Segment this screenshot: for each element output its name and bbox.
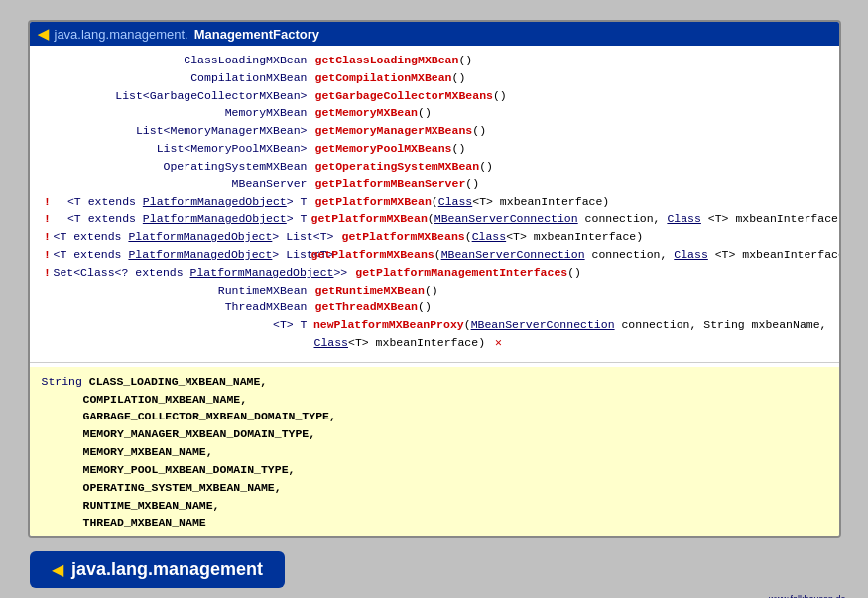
field-line: MEMORY_MANAGER_MXBEAN_DOMAIN_TYPE, — [42, 425, 827, 443]
method-row: List<MemoryManagerMXBean> getMemoryManag… — [42, 122, 827, 140]
method-row-excl: ! <T extends PlatformManagedObject> List… — [42, 246, 827, 264]
method-link[interactable]: getCompilationMXBean — [315, 69, 452, 87]
params: () — [567, 264, 581, 282]
excl — [42, 104, 54, 122]
method-link[interactable]: newPlatformMXBeanProxy — [313, 316, 464, 334]
field-name: GARBAGE_COLLECTOR_MXBEAN_DOMAIN_TYPE, — [83, 410, 336, 422]
return-type: <T> T — [54, 316, 311, 334]
return-type: ThreadMXBean — [54, 299, 311, 316]
title-bar: ◀ java.lang.management.ManagementFactory — [30, 22, 839, 46]
excl-icon: ! — [42, 193, 54, 211]
params: () — [418, 104, 432, 122]
field-line: MEMORY_POOL_MXBEAN_DOMAIN_TYPE, — [42, 461, 827, 479]
method-link[interactable]: getMemoryManagerMXBeans — [315, 122, 473, 140]
bottom-label-text: java.lang.management — [71, 559, 263, 580]
watermark: www.falkhausen.de — [769, 594, 846, 598]
method-link[interactable]: getPlatformMXBean — [315, 193, 432, 211]
method-row-excl: ! <T extends PlatformManagedObject> List… — [42, 228, 827, 246]
excl — [42, 122, 54, 140]
excl — [42, 299, 54, 316]
method-row-excl: ! <T extends PlatformManagedObject> T ge… — [42, 193, 827, 211]
package-name: java.lang.management. — [55, 27, 188, 42]
params: () — [479, 158, 493, 176]
method-link[interactable]: getPlatformMXBeans — [311, 246, 434, 264]
method-link[interactable]: getClassLoadingMXBean — [315, 52, 459, 69]
params: () — [458, 52, 472, 69]
return-type: <T extends PlatformManagedObject> T — [54, 193, 311, 211]
return-type: MBeanServer — [54, 176, 311, 193]
method-link[interactable]: getPlatformMXBeans — [341, 228, 464, 246]
params: (MBeanServerConnection connection, Class… — [434, 246, 839, 264]
method-link[interactable]: getGarbageCollectorMXBeans — [315, 87, 493, 105]
method-link[interactable]: getPlatformManagementInterfaces — [355, 264, 567, 282]
method-row-excl: ! <T extends PlatformManagedObject> T ge… — [42, 210, 827, 228]
method-link[interactable]: getPlatformMBeanServer — [315, 176, 466, 193]
field-line: COMPILATION_MXBEAN_NAME, — [42, 391, 827, 409]
method-row: List<MemoryPoolMXBean> getMemoryPoolMXBe… — [42, 140, 827, 158]
excl-icon: ! — [42, 228, 54, 246]
class-name: ManagementFactory — [194, 27, 319, 42]
return-type: List<MemoryManagerMXBean> — [54, 122, 311, 140]
return-type: <T extends PlatformManagedObject> List<T… — [54, 228, 338, 246]
title-icon: ◀ — [38, 26, 49, 42]
excl — [42, 52, 54, 69]
params: () — [472, 122, 486, 140]
params: () — [465, 176, 479, 193]
method-row: ThreadMXBean getThreadMXBean () — [42, 299, 827, 316]
divider — [30, 362, 839, 363]
return-type: Set<Class<? extends PlatformManagedObjec… — [54, 264, 352, 282]
excl — [42, 282, 54, 299]
method-link[interactable]: getThreadMXBean — [315, 299, 419, 316]
main-window: ◀ java.lang.management.ManagementFactory… — [28, 20, 841, 538]
params: (Class<T> mxbeanInterface) — [465, 228, 643, 246]
method-row: CompilationMXBean getCompilationMXBean (… — [42, 69, 827, 87]
field-name: RUNTIME_MXBEAN_NAME, — [83, 499, 220, 512]
excl-icon: ! — [42, 210, 54, 228]
excl — [42, 176, 54, 193]
method-link[interactable]: getPlatformMXBean — [311, 210, 428, 228]
return-type: <T extends PlatformManagedObject> T — [54, 210, 311, 228]
return-type: MemoryMXBean — [54, 104, 311, 122]
field-name: OPERATING_SYSTEM_MXBEAN_NAME, — [83, 481, 282, 494]
method-row: <T> T newPlatformMXBeanProxy (MBeanServe… — [42, 316, 827, 334]
excl — [42, 140, 54, 158]
method-link[interactable]: getMemoryMXBean — [315, 104, 419, 122]
method-link[interactable]: getRuntimeMXBean — [315, 282, 425, 299]
method-row-excl: ! Set<Class<? extends PlatformManagedObj… — [42, 264, 827, 282]
field-line: RUNTIME_MXBEAN_NAME, — [42, 497, 827, 515]
field-name: MEMORY_MXBEAN_NAME, — [83, 445, 213, 458]
excl — [42, 158, 54, 176]
field-line: String CLASS_LOADING_MXBEAN_NAME, — [42, 373, 827, 391]
return-type: RuntimeMXBean — [54, 282, 311, 299]
params: (MBeanServerConnection connection, Strin… — [464, 316, 827, 334]
params: (Class<T> mxbeanInterface) — [432, 193, 609, 211]
excl — [42, 87, 54, 105]
return-type: OperatingSystemMXBean — [54, 158, 311, 176]
excl-icon: ! — [42, 246, 54, 264]
method-row: RuntimeMXBean getRuntimeMXBean () — [42, 282, 827, 299]
method-row: List<GarbageCollectorMXBean> getGarbageC… — [42, 87, 827, 105]
params: () — [418, 299, 432, 316]
return-type: <T extends PlatformManagedObject> List<T… — [54, 246, 311, 264]
method-row: OperatingSystemMXBean getOperatingSystem… — [42, 158, 827, 176]
params: () — [493, 87, 507, 105]
method-row: MemoryMXBean getMemoryMXBean () — [42, 104, 827, 122]
return-type: List<GarbageCollectorMXBean> — [54, 87, 311, 105]
bottom-icon: ◀ — [52, 560, 63, 579]
field-type: String — [42, 375, 89, 388]
params: (MBeanServerConnection connection, Class… — [428, 210, 839, 228]
field-line: OPERATING_SYSTEM_MXBEAN_NAME, — [42, 479, 827, 497]
method-row: ClassLoadingMXBean getClassLoadingMXBean… — [42, 52, 827, 69]
method-row-continuation: Class<T> mxbeanInterface) ✕ — [42, 334, 827, 352]
excl — [42, 316, 54, 334]
return-type: ClassLoadingMXBean — [54, 52, 311, 69]
method-link[interactable]: getOperatingSystemMXBean — [315, 158, 480, 176]
method-link[interactable]: getMemoryPoolMXBeans — [315, 140, 452, 158]
return-type: List<MemoryPoolMXBean> — [54, 140, 311, 158]
return-type: CompilationMXBean — [54, 69, 311, 87]
field-name: MEMORY_POOL_MXBEAN_DOMAIN_TYPE, — [83, 463, 296, 476]
excl-icon: ! — [42, 264, 54, 282]
params: () — [425, 282, 438, 299]
excl — [42, 69, 54, 87]
bottom-label: ◀ java.lang.management — [30, 551, 285, 588]
